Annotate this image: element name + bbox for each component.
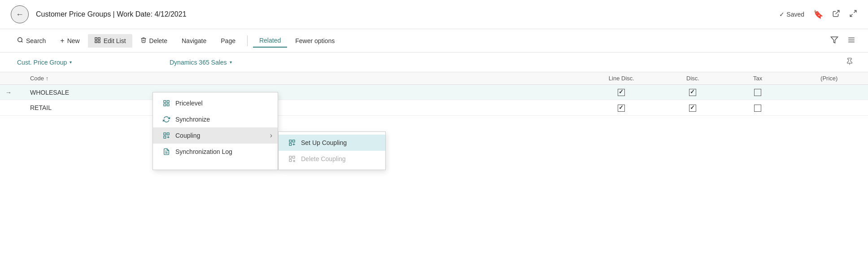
pricelevel-icon <box>162 100 171 107</box>
svg-rect-16 <box>164 104 166 106</box>
delete-icon <box>140 37 147 44</box>
share-button[interactable] <box>832 9 840 20</box>
header: ← Customer Price Groups | Work Date: 4/1… <box>0 0 868 29</box>
col-arrow <box>0 72 25 85</box>
dynamics-365-caret: ▾ <box>230 60 232 65</box>
plus-icon: + <box>60 37 64 45</box>
pricelevel-label: Pricelevel <box>175 100 203 107</box>
coupling-label: Coupling <box>175 132 200 139</box>
col-empty1 <box>180 72 349 85</box>
row-arrow: → <box>0 85 25 100</box>
bookmark-button[interactable]: 🔖 <box>813 9 823 19</box>
col-header-row: Cust. Price Group ▾ Dynamics 365 Sales ▾ <box>0 53 868 72</box>
check-icon: ✓ <box>779 11 785 18</box>
data-table: Code ↑ Line Disc. Disc. Tax (Price) → WH… <box>0 72 868 116</box>
svg-rect-32 <box>289 159 292 162</box>
columns-icon <box>847 38 855 45</box>
filter-button[interactable] <box>829 34 840 48</box>
row-tax[interactable] <box>725 85 790 100</box>
saved-status: ✓ Saved <box>779 11 804 18</box>
edit-list-button[interactable]: Edit List <box>88 34 132 48</box>
table-row: → WHOLESALE <box>0 85 868 100</box>
toolbar-right <box>829 34 857 48</box>
navigate-button[interactable]: Navigate <box>175 35 213 47</box>
svg-rect-26 <box>292 140 295 142</box>
dynamics-365-header[interactable]: Dynamics 365 Sales ▾ <box>163 56 238 69</box>
col-tax[interactable]: Tax <box>725 72 790 85</box>
svg-marker-9 <box>831 37 838 43</box>
dropdown-item-pricelevel[interactable]: Pricelevel <box>153 95 278 111</box>
bookmark-icon: 🔖 <box>813 10 823 19</box>
dynamics-365-label: Dynamics 365 Sales <box>170 59 227 66</box>
col-code[interactable]: Code ↑ <box>25 72 180 85</box>
edit-list-label: Edit List <box>104 37 126 44</box>
expand-icon <box>849 10 857 19</box>
cust-price-group-header[interactable]: Cust. Price Group ▾ <box>11 56 163 69</box>
page-button[interactable]: Page <box>214 35 242 47</box>
page-label: Page <box>221 37 236 44</box>
dropdown-item-sync-log[interactable]: Synchronization Log <box>153 144 278 160</box>
fewer-options-button[interactable]: Fewer options <box>289 35 341 47</box>
dropdown-item-delete-coupling[interactable]: Delete Coupling <box>279 151 385 167</box>
svg-rect-30 <box>289 156 292 158</box>
col-line-disc[interactable]: Line Disc. <box>583 72 661 85</box>
sync-log-label: Synchronization Log <box>175 148 232 155</box>
checkbox-checked <box>689 105 696 112</box>
header-actions: ✓ Saved 🔖 <box>779 9 857 20</box>
back-button[interactable]: ← <box>11 5 29 23</box>
svg-rect-8 <box>95 40 97 42</box>
row-line-disc[interactable] <box>583 85 661 100</box>
row-disc[interactable] <box>660 85 725 100</box>
columns-button[interactable] <box>846 34 857 48</box>
search-label: Search <box>26 37 46 44</box>
related-label: Related <box>259 37 281 44</box>
table-header-row: Code ↑ Line Disc. Disc. Tax (Price) <box>0 72 868 85</box>
submenu: Set Up Coupling Delete Coupling <box>278 131 386 170</box>
delete-label: Delete <box>149 37 167 44</box>
main-dropdown-menu: Pricelevel Synchronize <box>153 92 278 170</box>
checkbox-checked <box>618 105 625 112</box>
delete-button[interactable]: Delete <box>134 34 174 47</box>
dropdown-container: Pricelevel Synchronize <box>153 92 386 170</box>
dropdown-item-synchronize[interactable]: Synchronize <box>153 111 278 127</box>
row-price <box>790 85 868 100</box>
share-icon <box>832 10 840 19</box>
expand-button[interactable] <box>849 9 857 20</box>
related-button[interactable]: Related <box>253 34 287 48</box>
svg-point-3 <box>18 38 22 42</box>
svg-rect-20 <box>164 136 166 138</box>
table-area: Code ↑ Line Disc. Disc. Tax (Price) → WH… <box>0 72 868 116</box>
row-disc[interactable] <box>660 100 725 115</box>
svg-rect-14 <box>164 101 166 103</box>
col-price[interactable]: (Price) <box>790 72 868 85</box>
set-up-coupling-icon <box>288 139 297 146</box>
delete-coupling-label: Delete Coupling <box>301 155 346 162</box>
svg-line-1 <box>854 10 856 13</box>
svg-rect-7 <box>98 40 100 42</box>
col-empty2 <box>349 72 479 85</box>
checkbox-empty <box>754 89 761 96</box>
dropdown-item-coupling[interactable]: Coupling <box>153 127 278 144</box>
pin-button[interactable] <box>842 56 857 69</box>
svg-rect-18 <box>164 133 166 135</box>
row-line-disc[interactable] <box>583 100 661 115</box>
saved-label: Saved <box>786 11 804 18</box>
synchronize-label: Synchronize <box>175 116 210 123</box>
sync-log-icon <box>162 148 171 155</box>
toolbar: Search + New Edit List Delete Navigate P… <box>0 29 868 53</box>
table-row: RETAIL <box>0 100 868 115</box>
row-tax[interactable] <box>725 100 790 115</box>
new-label: New <box>67 37 80 44</box>
set-up-coupling-label: Set Up Coupling <box>301 139 347 146</box>
row-empty3 <box>479 85 582 100</box>
search-button[interactable]: Search <box>11 34 52 47</box>
svg-rect-6 <box>98 37 100 39</box>
col-disc[interactable]: Disc. <box>660 72 725 85</box>
svg-rect-27 <box>289 143 292 145</box>
new-button[interactable]: + New <box>54 34 86 48</box>
delete-coupling-icon <box>288 155 297 162</box>
toolbar-separator <box>247 35 248 46</box>
coupling-icon <box>162 132 171 139</box>
checkbox-checked <box>689 89 696 96</box>
dropdown-item-set-up-coupling[interactable]: Set Up Coupling <box>279 135 385 151</box>
